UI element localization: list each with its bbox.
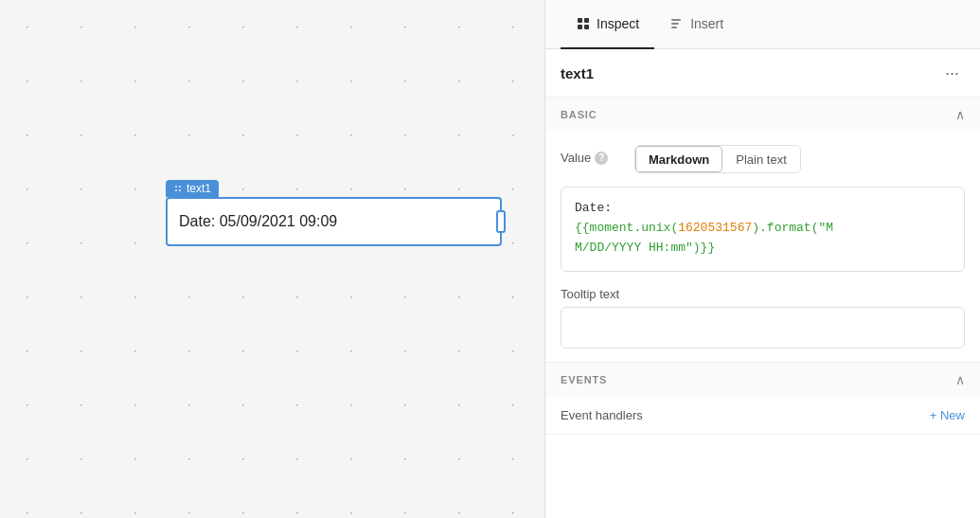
svg-rect-4 (578, 18, 582, 23)
svg-rect-7 (584, 25, 589, 29)
code-format-start: ).format("M (752, 221, 833, 235)
canvas-area: text1 Date: 05/09/2021 09:09 (0, 0, 544, 518)
svg-rect-6 (578, 25, 582, 29)
widget-label: text1 (166, 180, 219, 197)
tabs-header: Inspect Insert (545, 0, 980, 49)
basic-section-title: BASIC (561, 109, 597, 120)
right-panel: Inspect Insert text1 ··· BASIC ∧ (544, 0, 980, 518)
tab-insert-label: Insert (690, 16, 723, 31)
toggle-markdown-button[interactable]: Markdown (635, 146, 722, 172)
svg-rect-9 (671, 23, 679, 25)
svg-point-2 (175, 189, 177, 191)
basic-section: BASIC ∧ Value ? Markdown Plain text (545, 98, 980, 363)
events-section-title: EVENTS (561, 374, 607, 385)
events-section: EVENTS ∧ Event handlers + New (545, 363, 980, 435)
value-field-row: Value ? Markdown Plain text (561, 145, 965, 173)
events-section-chevron: ∧ (955, 372, 965, 387)
events-body: Event handlers + New (545, 397, 980, 434)
tooltip-field-container: Tooltip text (561, 287, 965, 348)
canvas-widget[interactable]: text1 Date: 05/09/2021 09:09 (166, 180, 502, 246)
toggle-plain-button[interactable]: Plain text (722, 146, 799, 172)
component-name: text1 (561, 65, 594, 81)
panel-content: text1 ··· BASIC ∧ Value ? Markdown Plain (545, 49, 980, 518)
basic-section-header[interactable]: BASIC ∧ (545, 98, 980, 132)
new-event-link[interactable]: + New (930, 408, 965, 422)
widget-value-text: Date: 05/09/2021 09:09 (179, 213, 337, 230)
svg-rect-5 (584, 18, 589, 23)
value-toggle-group: Markdown Plain text (634, 145, 801, 173)
svg-rect-8 (671, 19, 681, 21)
widget-resize-handle[interactable] (496, 210, 506, 233)
value-field-label: Value ? (561, 145, 627, 165)
inspect-tab-icon (576, 16, 591, 31)
code-number: 1620531567 (678, 221, 752, 235)
basic-section-body: Value ? Markdown Plain text Date: {{mome… (545, 132, 980, 362)
tooltip-input[interactable] (561, 307, 965, 348)
tab-inspect-label: Inspect (597, 16, 639, 31)
tooltip-field-label: Tooltip text (561, 287, 965, 301)
events-section-header[interactable]: EVENTS ∧ (545, 363, 980, 397)
code-prefix: {{moment.unix( (575, 221, 678, 235)
tab-inspect[interactable]: Inspect (561, 0, 654, 49)
svg-rect-10 (671, 27, 677, 28)
insert-tab-icon (669, 16, 685, 31)
svg-point-3 (179, 189, 181, 191)
code-editor[interactable]: Date: {{moment.unix(1620531567).format("… (561, 187, 965, 272)
widget-box: Date: 05/09/2021 09:09 (166, 197, 502, 246)
svg-point-0 (175, 186, 177, 188)
value-info-icon[interactable]: ? (595, 152, 608, 165)
tab-insert[interactable]: Insert (654, 0, 739, 49)
more-options-button[interactable]: ··· (939, 63, 965, 83)
events-handlers-label: Event handlers (561, 408, 643, 422)
code-line1: Date: (575, 201, 612, 215)
svg-point-1 (179, 186, 181, 188)
basic-section-chevron: ∧ (955, 107, 965, 122)
widget-name-label: text1 (187, 182, 211, 195)
component-header: text1 ··· (545, 49, 980, 98)
code-format-end: M/DD/YYYY HH:mm")}} (575, 241, 715, 255)
drag-icon (173, 184, 183, 193)
